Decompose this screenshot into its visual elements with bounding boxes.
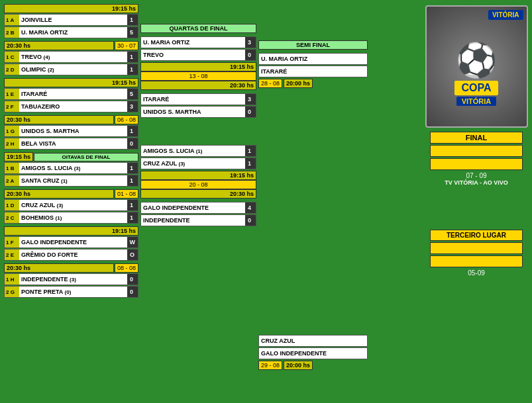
quartas-group-4: GALO INDEPENDENTE 4 INDEPENDENTE 0 (140, 201, 256, 226)
match-group-1b: 20:30 hs 30 - 07 1 C TREVO (4) 1 2 D OLI… (4, 41, 138, 75)
oitavas-label: OITAVAS DE FINAL (34, 153, 138, 161)
logo-copa: COPA (454, 81, 498, 95)
match-team-q3-bot: CRUZ AZUL (3) (141, 160, 245, 167)
final-slot-1 (430, 145, 523, 157)
semi-label: SEMI FINAL (258, 40, 368, 50)
match-score-1b-bot: 1 (127, 64, 138, 75)
q3-time-a: 19:15 hs (140, 171, 256, 180)
match-team-1c-bot: TABUAZEIRO (19, 103, 127, 110)
match-score-1c-bot: 3 (127, 101, 138, 112)
match-time-1a: 19:15 hs (4, 4, 138, 13)
quartas-group-1: U. MARIA ORTIZ 3 TREVO 0 (140, 36, 256, 61)
semi-team-s2-top: CRUZ AZUL (259, 337, 367, 344)
match-label-1b-bot: 2 D (5, 64, 19, 75)
match-team-1h-top: INDEPENDENTE (3) (19, 276, 127, 283)
match-group-1e: 19:15 hs OITAVAS DE FINAL 1 B AMIGOS S. … (4, 152, 138, 187)
right-panel: VITÓRIA ⚽ COPA VITÓRIA FINAL 07 - 09 TV … (423, 3, 529, 400)
match-row-q2-bot: UNIDOS S. MARTHA 0 (140, 106, 256, 118)
logo-container: VITÓRIA ⚽ COPA VITÓRIA (425, 5, 528, 128)
match-label-1d-top: 1 G (5, 126, 19, 136)
match-row-q1-top: U. MARIA ORTIZ 3 (140, 36, 256, 48)
match-label-1g-top: 1 F (5, 237, 19, 247)
semi-row-s2-top: CRUZ AZUL (258, 335, 368, 347)
match-score-1g-top: W (127, 237, 138, 247)
match-label-1g-bot: 2 E (5, 249, 19, 260)
match-team-q2-top: ITARARÉ (141, 96, 245, 103)
match-score-q1-bot: 0 (245, 50, 256, 60)
match-team-1h-bot: PONTE PRETA (0) (19, 289, 127, 295)
terceiro-section: TERCEIRO LUGAR 05-09 (430, 230, 523, 277)
match-row-1a-top: 1 A JOINVILLE 1 (4, 14, 138, 26)
match-score-q3-top: 1 (245, 146, 256, 156)
match-score-1d-top: 1 (127, 126, 138, 136)
semi-team-s2-bot: GALO INDEPENDENTE (259, 350, 367, 357)
q3-time-b: 20:30 hs (140, 189, 256, 199)
match-group-1a: 19:15 hs 1 A JOINVILLE 1 2 B U. MARIA OR… (4, 4, 138, 38)
q1-date: 13 - 08 (140, 71, 256, 81)
match-score-1h-bot: 0 (127, 287, 138, 297)
match-date-1h: 08 - 08 (115, 263, 138, 273)
match-team-q1-top: U. MARIA ORTIZ (141, 39, 245, 46)
match-time-1g: 19:15 hs (4, 226, 138, 236)
match-team-1c-top: ITARARÉ (19, 91, 127, 97)
final-section: FINAL 07 - 09 TV VITÓRIA - AO VIVO (430, 132, 523, 186)
match-team-1a-bot: U. MARIA ORTIZ (19, 29, 127, 36)
match-team-q4-bot: INDEPENDENTE (141, 217, 245, 224)
match-team-1b-top: TREVO (4) (19, 54, 127, 60)
match-label-1e-top: 1 B (5, 163, 19, 173)
match-row-1a-bot: 2 B U. MARIA ORTIZ 5 (4, 26, 138, 38)
match-label-1h-top: 1 H (5, 274, 19, 285)
match-team-1f-top: CRUZ AZUL (3) (19, 202, 127, 208)
semi-group-1: U. MARIA ORTIZ ITARARÉ 28 - 08 20:00 hs (258, 52, 368, 88)
match-row-1f-top: 1 D CRUZ AZUL (3) 1 (4, 199, 138, 211)
semi-time-s2: 20:00 hs (284, 361, 313, 370)
match-label-1c-bot: 2 F (5, 101, 19, 112)
match-score-1a-top: 1 (127, 15, 138, 25)
match-team-1e-top: AMIGOS S. LUCIA (3) (19, 165, 127, 171)
match-score-1a-bot: 5 (127, 27, 138, 38)
match-time-1e: 19:15 hs (4, 152, 33, 161)
quartas-label: QUARTAS DE FINAL (140, 24, 256, 33)
match-row-1b-top: 1 C TREVO (4) 1 (4, 51, 138, 63)
semi-team-s1-bot: ITARARÉ (259, 68, 367, 75)
match-score-1e-bot: 1 (127, 175, 138, 186)
semi-date-s2: 29 - 08 (258, 361, 282, 370)
match-score-q2-bot: 0 (245, 107, 256, 117)
match-label-1f-bot: 2 C (5, 212, 19, 223)
match-row-q2-top: ITARARÉ 3 (140, 93, 256, 105)
match-label-1b-top: 1 C (5, 52, 19, 62)
match-row-1e-top: 1 B AMIGOS S. LUCIA (3) 1 (4, 162, 138, 174)
match-team-q2-bot: UNIDOS S. MARTHA (141, 109, 245, 115)
match-group-1c: 19:15 hs 1 E ITARARÉ 5 2 F TABUAZEIRO 3 (4, 78, 138, 112)
match-score-1g-bot: O (127, 249, 138, 260)
match-label-1f-top: 1 D (5, 200, 19, 210)
match-row-1g-bot: 2 E GRÊMIO DO FORTE O (4, 249, 138, 261)
match-row-q4-top: GALO INDEPENDENTE 4 (140, 202, 256, 214)
match-row-1h-top: 1 H INDEPENDENTE (3) 0 (4, 273, 138, 285)
match-time-1d: 20:30 hs (4, 115, 114, 124)
semi-time-s1: 20:00 hs (284, 79, 313, 88)
match-group-1h: 20:30 hs 08 - 08 1 H INDEPENDENTE (3) 0 … (4, 263, 138, 298)
match-score-1e-top: 1 (127, 163, 138, 173)
match-team-1b-bot: OLIMPIC (2) (19, 66, 127, 73)
match-score-1f-bot: 1 (127, 212, 138, 223)
match-row-1h-bot: 2 G PONTE PRETA (0) 0 (4, 286, 138, 298)
logo-vitoria-top: VITÓRIA (488, 10, 523, 20)
final-tv: TV VITÓRIA - AO VIVO (430, 179, 523, 186)
match-row-q4-bot: INDEPENDENTE 0 (140, 214, 256, 226)
match-label-1e-bot: 2 A (5, 175, 19, 186)
match-time-1c: 19:15 hs (4, 78, 138, 87)
logo-vitoria-bottom: VITÓRIA (456, 97, 497, 106)
terceiro-title: TERCEIRO LUGAR (430, 230, 523, 241)
match-label-1c-top: 1 E (5, 89, 19, 99)
semi-date-s1: 28 - 08 (258, 79, 282, 88)
match-date-1d: 06 - 08 (115, 115, 138, 124)
match-row-1d-top: 1 G UNIDOS S. MARTHA 1 (4, 125, 138, 137)
match-row-1g-top: 1 F GALO INDEPENDENTE W (4, 236, 138, 248)
match-score-1b-top: 1 (127, 52, 138, 62)
match-time-1f: 20:30 hs (4, 189, 114, 199)
match-team-1a-top: JOINVILLE (19, 17, 127, 23)
match-date-1b: 30 - 07 (115, 41, 138, 50)
match-team-1d-bot: BELA VISTA (19, 140, 127, 147)
match-row-1d-bot: 2 H BELA VISTA 0 (4, 138, 138, 150)
